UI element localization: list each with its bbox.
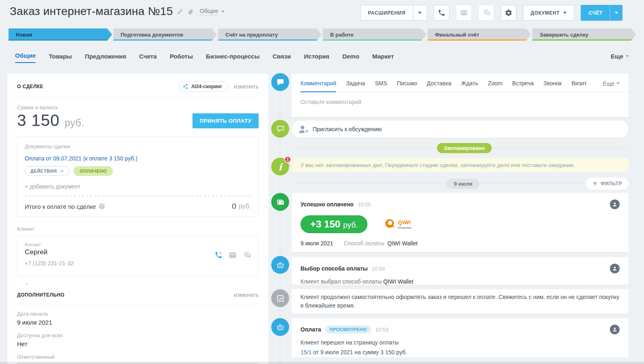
contact-phone[interactable]: +7 (123) 231-21-32	[25, 260, 251, 266]
basket-icon	[276, 261, 285, 269]
chevron-down-icon	[221, 11, 225, 13]
avatar[interactable]	[610, 199, 620, 209]
filter-button[interactable]: ФИЛЬТР	[586, 178, 629, 190]
tl-more-label: Еще	[603, 80, 615, 87]
tl-tab-delivery[interactable]: Доставка	[427, 80, 451, 92]
additional-section: ДОПОЛНИТЕЛЬНО изменить Дата начала 9 июл…	[7, 284, 268, 364]
event-text-rest: от 9 июля 2021 на сумму 3 150 руб.	[313, 349, 407, 355]
tl-tab-visit[interactable]: Визит	[571, 80, 587, 92]
tl-tab-meeting[interactable]: Встреча	[512, 80, 534, 92]
document-actions-button[interactable]: действия	[25, 166, 69, 176]
tab-history[interactable]: История	[304, 53, 330, 63]
deal-documents-box: Документы сделки Оплата от 09.07.2021 (к…	[17, 136, 259, 217]
email-contact-icon[interactable]	[229, 251, 237, 259]
add-person-icon: +	[297, 124, 308, 134]
comment-input[interactable]: Оставьте комментарий	[292, 92, 629, 112]
chat-button[interactable]	[478, 5, 494, 21]
stage-final-invoice[interactable]: Финальный счёт	[428, 28, 531, 41]
stage-prepayment-invoice[interactable]: Счёт на предоплату	[218, 28, 322, 41]
responsible-field[interactable]	[17, 362, 259, 364]
tabs-more-button[interactable]: Еще	[611, 53, 629, 63]
document-button[interactable]: ДОКУМЕНТ	[523, 5, 575, 21]
email-button[interactable]	[456, 5, 472, 21]
total-payable-label: Итого к оплате по сделке	[25, 203, 96, 210]
ai-scoring-button[interactable]: AI24-скоринг	[178, 81, 228, 92]
order-link[interactable]: 15/1	[300, 349, 311, 355]
call-contact-icon[interactable]	[214, 251, 223, 259]
start-date-label: Дата начала	[17, 311, 259, 317]
payment-method-value: QIWI Wallet	[387, 240, 417, 247]
stage-color-strip	[113, 39, 217, 41]
accept-payment-button[interactable]: ПРИНЯТЬ ОПЛАТУ	[192, 113, 259, 128]
event-title: Выбор способа оплаты	[300, 265, 367, 272]
invoice-button[interactable]: СЧЁТ	[581, 5, 622, 21]
dashed-divider	[25, 195, 251, 196]
contact-label: Контакт	[25, 242, 251, 247]
edit-title-icon[interactable]	[177, 8, 184, 15]
tl-tab-letter[interactable]: Письмо	[397, 80, 417, 92]
tab-general[interactable]: Общие	[15, 52, 36, 63]
order-stream-icon	[271, 256, 289, 274]
chat-bubble-icon	[276, 78, 285, 87]
tab-invoices[interactable]: Счета	[139, 53, 157, 63]
invite-to-discussion-button[interactable]: + Пригласить к обсуждению	[292, 121, 629, 138]
actions-label: действия	[30, 169, 57, 173]
section-title: ДОПОЛНИТЕЛЬНО	[17, 292, 65, 298]
stage-new[interactable]: Новая	[9, 28, 112, 41]
avatar[interactable]	[610, 325, 620, 334]
help-icon[interactable]: ?	[99, 204, 105, 209]
available-for-all-value: Нет	[17, 340, 259, 347]
settings-button[interactable]	[501, 5, 516, 21]
stage-close-deal[interactable]: Завершить сделку	[532, 28, 636, 41]
add-document-link[interactable]: + добавить документ	[25, 183, 251, 190]
tab-quotes[interactable]: Предложения	[85, 53, 126, 63]
event-payment-method-choice: Выбор способа оплаты 10:54 Клиент выбрал…	[292, 257, 629, 285]
invite-label: Пригласить к обсуждению	[313, 126, 382, 132]
stage-label: В работе	[330, 32, 353, 38]
viewed-badge: ПРОСМОТРЕНО	[325, 325, 371, 334]
extensions-button[interactable]: РАСШИРЕНИЯ	[360, 5, 427, 21]
tl-tab-call[interactable]: Звонок	[543, 80, 562, 92]
tl-tab-task[interactable]: Задача	[346, 80, 365, 92]
tab-demo[interactable]: Demo	[342, 53, 359, 63]
tab-business-processes[interactable]: Бизнес-процессы	[206, 53, 259, 63]
divider	[17, 304, 259, 304]
total-payable-value: 0	[232, 202, 236, 211]
divider	[17, 98, 259, 98]
stage-label: Завершить сделку	[540, 32, 588, 38]
filter-label: ФИЛЬТР	[601, 181, 622, 186]
tab-market[interactable]: Маркет	[372, 53, 394, 63]
tab-robots[interactable]: Роботы	[170, 53, 193, 63]
tl-tab-wait[interactable]: Ждать	[461, 80, 478, 92]
tab-links[interactable]: Связи	[272, 53, 291, 63]
stage-color-strip	[9, 39, 112, 41]
edit-additional-link[interactable]: изменить	[234, 292, 259, 298]
extensions-dropdown-arrow[interactable]	[413, 5, 427, 20]
amount-label: Сумма и валюта	[17, 104, 259, 110]
plus-icon: +	[304, 129, 309, 134]
qiwi-sub: Кошелек	[398, 226, 411, 230]
date-separator-chip[interactable]: 9 июля	[447, 179, 480, 189]
stage-docs-preparation[interactable]: Подготовка документов	[113, 28, 217, 41]
attachment-icon[interactable]	[188, 8, 194, 15]
payment-document-link[interactable]: Оплата от 09.07.2021 (к оплате 3 150 руб…	[25, 155, 138, 162]
event-title: Оплата	[300, 326, 321, 333]
event-time: 10:54	[372, 266, 385, 272]
mail-icon	[460, 9, 468, 17]
tl-tabs-more-button[interactable]: Еще	[603, 80, 620, 92]
chat-contact-icon[interactable]	[243, 251, 251, 259]
tl-tab-comment[interactable]: Комментарий	[300, 80, 336, 92]
tl-tab-sms[interactable]: SMS	[375, 80, 387, 92]
call-button[interactable]	[434, 5, 450, 21]
tab-products[interactable]: Товары	[49, 53, 72, 63]
invoice-dropdown-arrow[interactable]	[610, 5, 622, 20]
section-title: О СДЕЛКЕ	[17, 84, 43, 89]
edit-deal-link[interactable]: изменить	[234, 83, 259, 90]
category-dropdown[interactable]: Общее	[200, 8, 225, 15]
stage-color-strip	[428, 39, 531, 41]
tl-tab-zoom[interactable]: Zoom	[488, 80, 503, 92]
amount-currency: руб.	[343, 221, 358, 230]
notification-count-badge: 1	[284, 156, 291, 163]
stage-in-progress[interactable]: В работе	[323, 28, 426, 41]
avatar[interactable]	[610, 264, 620, 273]
